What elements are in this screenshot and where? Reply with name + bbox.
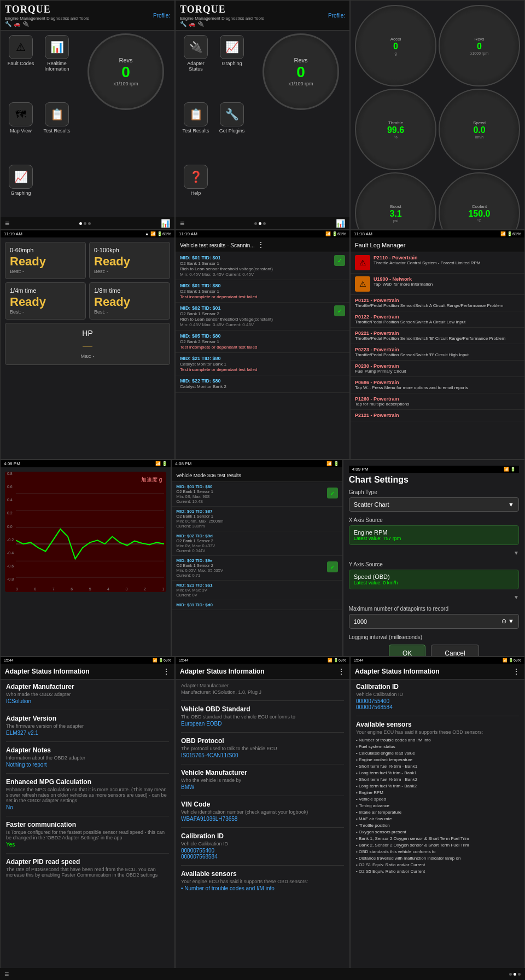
perf-status-bar: 11:19 AM ▲ 📶 🔋61% bbox=[1, 230, 174, 237]
adapter-mfr-abbrev-val: Manufacturer: ICSolution, 1.0, Plug J bbox=[181, 689, 344, 695]
datapoints-input[interactable]: 1000 ⊙ ▼ bbox=[349, 614, 519, 629]
fault-item-p0221[interactable]: P0221 - Powertrain Throttle/Pedal Positi… bbox=[351, 328, 524, 344]
perf-best-quarter: Best: - bbox=[10, 309, 81, 315]
sensors-list-item-11: • Intake air temperature bbox=[356, 809, 519, 816]
sensors-list-item-5: • Long term fuel % trim - Bank1 bbox=[356, 770, 519, 776]
screen2-gauge-area: Revs 0 x1/100 rpm bbox=[252, 31, 349, 227]
fault-item-p0121[interactable]: P0121 - Powertrain Throttle/Pedal Positi… bbox=[351, 295, 524, 311]
sensors-list-item-4: • Short term fuel % trim - Bank1 bbox=[356, 763, 519, 770]
screen1-bottom-bar: ≡ 📊 bbox=[1, 217, 174, 229]
sensors-list-item-15: • Bank 1, Sensor 2:Oxygen sensor & Short… bbox=[356, 836, 519, 842]
fault-list[interactable]: ⚠ P2110 - Powertrain Throttle Actuator C… bbox=[351, 252, 524, 460]
fault-item-p0686[interactable]: P0686 - Powertrain Tap W... Press Menu f… bbox=[351, 377, 524, 393]
fault-code-p0121: P0121 - Powertrain bbox=[355, 298, 503, 303]
modes06-item-4: MID: $21 TID: $a1 Min: 0V, Max: 3VCurren… bbox=[172, 581, 342, 600]
fault-status-bar: 11:18 AM 📶 🔋61% bbox=[351, 230, 524, 237]
accel-y-axis: 0.8 0.6 0.4 0.2 0.0 -0.2 -0.4 -0.6 -0.8 bbox=[7, 472, 14, 581]
fault-item-p0122[interactable]: P0122 - Powertrain Throttle/Pedal Positi… bbox=[351, 311, 524, 328]
plugins-label: Get Plugins bbox=[219, 128, 245, 134]
modes06-status-3: ✓ bbox=[327, 561, 338, 572]
profile-link-2[interactable]: Profile: bbox=[328, 13, 345, 19]
adapter-item-version-1: Adapter Version The firmware version of … bbox=[6, 715, 169, 736]
adapter-list-2: Adapter Manufacturer Manufacturer: ICSol… bbox=[176, 680, 349, 900]
fault-item-p2110[interactable]: ⚠ P2110 - Powertrain Throttle Actuator C… bbox=[351, 252, 524, 274]
adapter-sensors-title-2: Available sensors bbox=[181, 870, 344, 878]
x-axis-latest: Latest value: 757 rpm bbox=[354, 536, 514, 541]
accel-gauge: Accel 0 g bbox=[355, 5, 436, 86]
adapter-sensors-value-2: • Number of trouble codes and I/M info bbox=[181, 885, 344, 891]
accel-y-3: 0.2 bbox=[7, 511, 14, 515]
accel-x-4: 5 bbox=[89, 587, 91, 591]
boost-gauge-label: Boost bbox=[390, 204, 401, 209]
sensors-list-item-17: • OBD standards this vehicle conforms to bbox=[356, 849, 519, 855]
fault-item-p0230[interactable]: P0230 - Powertrain Fuel Pump Primary Cir… bbox=[351, 361, 524, 377]
vtest-mid-3: MID: $05 TID: $80 bbox=[180, 333, 345, 339]
sensors-list-item-19: • O2 S1 Equiv. Ratio and/or Current bbox=[356, 862, 519, 868]
help-btn[interactable]: ❓ Help bbox=[180, 165, 212, 222]
adapter-mfr-abbrev-desc: Adapter Manufacturer bbox=[181, 683, 344, 688]
adapter-title-2: Adapter Status Information bbox=[180, 668, 265, 675]
adapter-mpg-desc-1: Enhance the MPG calculation so that it i… bbox=[6, 787, 169, 803]
test-results-btn-2[interactable]: 📋 Test Results bbox=[180, 102, 212, 160]
fault-item-u1900[interactable]: ⚠ U1900 - Network Tap 'Web' for more inf… bbox=[351, 274, 524, 295]
revs-label-1: Revs bbox=[119, 57, 132, 63]
adapter2-menu-icon[interactable]: ⋮ bbox=[337, 667, 345, 676]
fault-desc-p2110: Throttle Actuator Control System - Force… bbox=[374, 260, 481, 265]
adapter-list-1: Adapter Manufacturer Who made the OBD2 a… bbox=[1, 680, 174, 886]
fault-desc-u1900: Tap 'Web' for more information bbox=[374, 282, 433, 287]
profile-link-1[interactable]: Profile: bbox=[153, 13, 170, 19]
chart-cancel-button[interactable]: Cancel bbox=[431, 645, 479, 657]
vtest-mid-1: MID: $01 TID: $80 bbox=[180, 283, 345, 288]
screen2-main: TORQUE Engine Management Diagnostics and… bbox=[175, 0, 350, 230]
fault-codes-btn[interactable]: ⚠ Fault Codes bbox=[5, 35, 37, 98]
graphing-btn-1[interactable]: 📈 Graphing bbox=[5, 165, 37, 222]
realtime-btn[interactable]: 📊 Realtime Information bbox=[41, 35, 73, 98]
boost-gauge-value: 3.1 bbox=[389, 209, 401, 219]
adapter-screen-1: 15:44 📶 🔋69% Adapter Status Information … bbox=[0, 657, 175, 980]
sensors-list-item-13: • Throttle position bbox=[356, 822, 519, 829]
modes06-sensor-2: O2 Bank 1 Sensor 2 bbox=[176, 538, 337, 543]
modes06-time: 4:08 PM bbox=[175, 461, 191, 466]
perf-best-eighth: Best: - bbox=[94, 309, 165, 315]
torque-title-1: TORQUE bbox=[5, 4, 89, 15]
adapter-status-bar-1: 15:44 📶 🔋69% bbox=[1, 657, 174, 664]
accel-x-5: 4 bbox=[107, 587, 109, 591]
adapter-label: Adapter Status bbox=[180, 61, 212, 72]
adapter-notes-value-1: Nothing to report bbox=[6, 762, 169, 768]
bottom-graph-icon-1: 📊 bbox=[161, 219, 170, 228]
dot-3 bbox=[88, 222, 91, 225]
coolant-gauge: Coolant 150.0 °C bbox=[439, 172, 520, 230]
graphing-btn-2[interactable]: 📈 Graphing bbox=[216, 35, 248, 98]
fault-item-p1260[interactable]: P1260 - Powertrain Tap for multiple desc… bbox=[351, 393, 524, 410]
adapter1-menu-icon[interactable]: ⋮ bbox=[162, 667, 170, 676]
adapter-pid-title-1: Adapter PID read speed bbox=[6, 858, 169, 866]
adapter-status-btn[interactable]: 🔌 Adapter Status bbox=[180, 35, 212, 98]
sensors-list-item-0: • Number of trouble codes and I/M info bbox=[356, 737, 519, 744]
test-results-btn-1[interactable]: 📋 Test Results bbox=[41, 102, 73, 160]
adapter1-signal: 📶 🔋69% bbox=[153, 658, 171, 663]
adapter-icon: 🔌 bbox=[184, 35, 208, 59]
x-axis-source-box[interactable]: Engine RPM Latest value: 757 rpm bbox=[349, 525, 519, 545]
perf-title-eighth: 1/8m time bbox=[94, 287, 165, 294]
fault-item-p0223[interactable]: P0223 - Powertrain Throttle/Pedal Positi… bbox=[351, 344, 524, 361]
perf-ready-0-100: Ready bbox=[94, 254, 165, 269]
get-plugins-btn[interactable]: 🔧 Get Plugins bbox=[216, 102, 248, 160]
modes06-status-0: ✓ bbox=[327, 488, 338, 498]
fault-item-p2121[interactable]: P2121 - Powertrain bbox=[351, 410, 524, 421]
sensors-list-item-16: • Bank 2, Sensor 2:Oxygen sensor & Short… bbox=[356, 842, 519, 849]
graph-type-select[interactable]: Scatter Chart ▼ bbox=[349, 497, 519, 512]
graphing-icon-2: 📈 bbox=[220, 35, 244, 59]
fault-desc-p0223: Throttle/Pedal Position Sensor/Switch 'B… bbox=[355, 352, 469, 357]
datapoints-stepper[interactable]: ⊙ ▼ bbox=[501, 618, 514, 625]
test-results-label-1: Test Results bbox=[43, 128, 70, 134]
vtest-list[interactable]: MID: $01 TID: $01 O2 Bank 1 Sensor 1 Ric… bbox=[176, 252, 349, 460]
help-label: Help bbox=[191, 190, 201, 196]
map-view-btn[interactable]: 🗺 Map View bbox=[5, 102, 37, 160]
row1-screens: TORQUE Engine Management Diagnostics and… bbox=[0, 0, 525, 230]
modes06-list[interactable]: MID: $01 TID: $80 O2 Bank 1 Sensor 1 Min… bbox=[172, 482, 342, 657]
vtest-menu-icon[interactable]: ⋮ bbox=[257, 240, 265, 249]
chart-ok-button[interactable]: OK bbox=[389, 645, 425, 657]
vtest-title: Vehicle test results - Scannin... bbox=[180, 242, 255, 248]
adapter3-menu-icon[interactable]: ⋮ bbox=[512, 667, 520, 676]
y-axis-source-box[interactable]: Speed (OBD) Latest value: 0 km/h bbox=[349, 570, 519, 589]
